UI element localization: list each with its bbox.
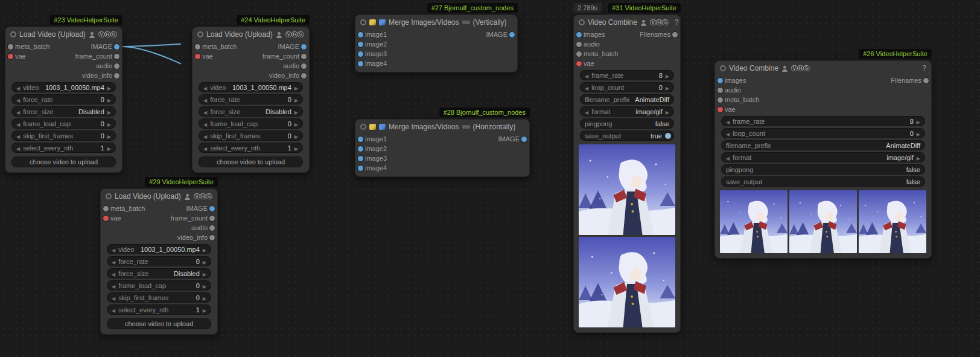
input-slot-meta_batch[interactable] (195, 44, 200, 50)
arrow-left-icon[interactable] (203, 132, 207, 140)
choose-video-button[interactable]: choose video to upload (107, 318, 211, 329)
widget-format[interactable]: format image/gif (580, 106, 674, 117)
collapse-dot-icon[interactable] (197, 31, 203, 37)
widget-frame-load-cap[interactable]: frame_load_cap 0 (199, 118, 303, 129)
node-video-combine-31[interactable]: 2.789s #31 VideoHelperSuite Video Combin… (573, 14, 681, 333)
arrow-left-icon[interactable] (16, 108, 20, 115)
widget-filename-prefix[interactable]: filename_prefix AnimateDiff (721, 140, 925, 150)
input-slot-image4[interactable] (358, 61, 363, 66)
input-slot-image2[interactable] (358, 146, 363, 152)
widget-force-rate[interactable]: force_rate 0 (11, 94, 116, 105)
widget-video[interactable]: video 1003_1_00050.mp4 (11, 82, 116, 92)
arrow-right-icon[interactable] (917, 130, 920, 137)
input-slot-vae[interactable] (195, 54, 200, 59)
video-preview-stack[interactable] (579, 144, 675, 327)
arrow-left-icon[interactable] (16, 144, 20, 152)
widget-loop-count[interactable]: loop_count 0 (721, 128, 925, 138)
node-title-bar[interactable]: Video Combine ⓋⒽⓈ ? (574, 15, 680, 30)
input-slot-vae[interactable] (718, 107, 723, 112)
arrow-left-icon[interactable] (112, 270, 115, 277)
arrow-right-icon[interactable] (107, 132, 111, 140)
arrow-right-icon[interactable] (203, 258, 206, 265)
arrow-right-icon[interactable] (294, 84, 298, 91)
arrow-left-icon[interactable] (585, 84, 588, 91)
help-icon[interactable]: ? (307, 30, 309, 39)
widget-force-size[interactable]: force_size Disabled (199, 106, 303, 117)
output-slot-video-info[interactable] (301, 73, 307, 79)
arrow-right-icon[interactable] (294, 96, 298, 103)
output-slot-video-info[interactable] (209, 235, 215, 240)
choose-video-button[interactable]: choose video to upload (11, 156, 116, 167)
arrow-left-icon[interactable] (203, 144, 207, 152)
widget-frame-load-cap[interactable]: frame_load_cap 0 (107, 280, 211, 291)
choose-video-button[interactable]: choose video to upload (199, 156, 303, 167)
input-slot-image1[interactable] (358, 32, 363, 37)
collapse-dot-icon[interactable] (360, 19, 366, 25)
arrow-right-icon[interactable] (203, 282, 206, 289)
help-icon[interactable]: ? (215, 192, 217, 201)
arrow-left-icon[interactable] (16, 120, 20, 127)
input-slot-vae[interactable] (103, 216, 109, 221)
widget-video[interactable]: video 1003_1_00050.mp4 (107, 244, 211, 254)
arrow-left-icon[interactable] (16, 96, 20, 103)
output-slot-frame-count[interactable] (114, 54, 119, 59)
arrow-right-icon[interactable] (107, 96, 111, 103)
arrow-right-icon[interactable] (107, 144, 111, 152)
arrow-left-icon[interactable] (112, 282, 115, 289)
input-slot-images[interactable] (718, 78, 723, 83)
widget-pingpong[interactable]: pingpong false (721, 164, 925, 175)
toggle-knob[interactable] (665, 133, 671, 139)
arrow-right-icon[interactable] (107, 84, 111, 91)
arrow-left-icon[interactable] (203, 108, 207, 115)
arrow-left-icon[interactable] (726, 154, 730, 161)
widget-filename-prefix[interactable]: filename_prefix AnimateDiff (580, 94, 674, 105)
widget-force-size[interactable]: force_size Disabled (107, 268, 211, 278)
widget-force-size[interactable]: force_size Disabled (11, 106, 116, 117)
widget-force-rate[interactable]: force_rate 0 (199, 94, 303, 105)
node-title-bar[interactable]: Load Video (Upload) ⓋⒽⓈ ? (101, 189, 217, 204)
arrow-right-icon[interactable] (107, 108, 111, 115)
arrow-right-icon[interactable] (294, 120, 298, 127)
arrow-left-icon[interactable] (726, 130, 730, 137)
node-video-combine-26[interactable]: #26 VideoHelperSuite Video Combine ⓋⒽⓈ ?… (714, 60, 932, 259)
collapse-dot-icon[interactable] (10, 31, 16, 37)
collapse-dot-icon[interactable] (360, 124, 366, 130)
output-slot-image[interactable] (209, 206, 215, 211)
node-load-video-29[interactable]: #29 VideoHelperSuite Load Video (Upload)… (100, 188, 218, 335)
help-icon[interactable]: ? (671, 18, 679, 27)
node-title-bar[interactable]: Load Video (Upload) ⓋⒽⓈ ? (192, 27, 309, 42)
output-slot-image[interactable] (509, 32, 515, 37)
arrow-right-icon[interactable] (294, 132, 298, 140)
widget-frame-rate[interactable]: frame_rate 8 (721, 116, 925, 126)
node-title-bar[interactable]: Video Combine ⓋⒽⓈ ? (715, 61, 931, 76)
arrow-left-icon[interactable] (112, 246, 115, 253)
widget-frame-rate[interactable]: frame_rate 8 (580, 70, 674, 80)
arrow-left-icon[interactable] (112, 306, 115, 314)
input-slot-meta_batch[interactable] (103, 206, 109, 211)
output-slot-filenames[interactable] (672, 32, 678, 37)
video-preview-strip[interactable] (720, 190, 926, 253)
arrow-left-icon[interactable] (203, 84, 207, 91)
input-slot-image1[interactable] (358, 137, 363, 142)
widget-skip-first-frames[interactable]: skip_first_frames 0 (107, 292, 211, 303)
widget-pingpong[interactable]: pingpong false (580, 118, 674, 129)
arrow-left-icon[interactable] (203, 120, 207, 127)
input-slot-image3[interactable] (358, 156, 363, 161)
arrow-left-icon[interactable] (726, 118, 730, 125)
arrow-right-icon[interactable] (203, 306, 206, 314)
widget-skip-first-frames[interactable]: skip_first_frames 0 (199, 130, 303, 141)
help-icon[interactable]: ? (918, 64, 926, 72)
arrow-right-icon[interactable] (666, 84, 669, 91)
widget-video[interactable]: video 1003_1_00050.mp4 (199, 82, 303, 92)
widget-loop-count[interactable]: loop_count 0 (580, 82, 674, 92)
node-load-video-24[interactable]: #24 VideoHelperSuite Load Video (Upload)… (192, 27, 310, 173)
arrow-left-icon[interactable] (16, 132, 20, 140)
output-slot-image[interactable] (114, 44, 119, 50)
widget-save-output[interactable]: save_output false (721, 176, 925, 187)
arrow-right-icon[interactable] (917, 154, 920, 161)
node-title-bar[interactable]: Merge Images/Videos (Vertically) (355, 15, 517, 30)
widget-select-every-nth[interactable]: select_every_nth 1 (107, 304, 211, 315)
arrow-right-icon[interactable] (917, 118, 920, 125)
input-slot-image4[interactable] (358, 166, 363, 171)
arrow-left-icon[interactable] (16, 84, 20, 91)
